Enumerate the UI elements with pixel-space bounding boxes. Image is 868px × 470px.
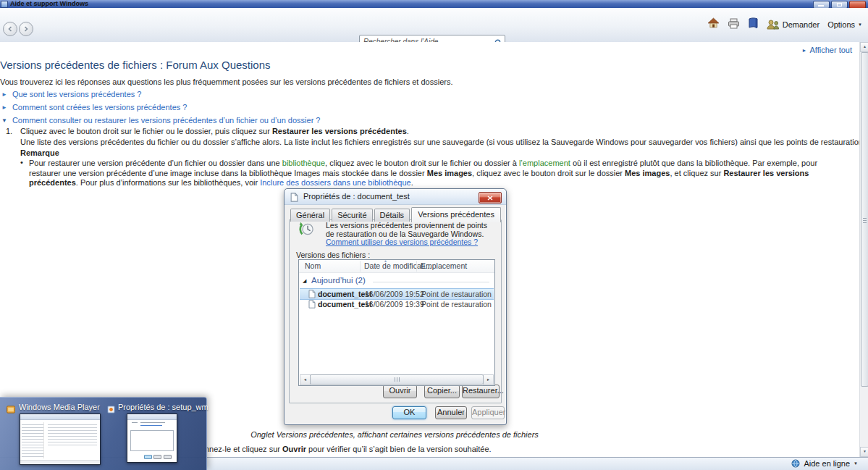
forward-button[interactable] <box>19 22 33 36</box>
back-arrow-icon <box>7 26 13 32</box>
chevron-down-icon: ▼ <box>858 22 862 27</box>
tab-previous-versions[interactable]: Versions précédentes <box>411 207 501 222</box>
intro-text: Vous trouverez ici les réponses aux ques… <box>0 77 453 86</box>
collapsed-arrow-icon: ► <box>1 104 7 111</box>
faq-link-what-are[interactable]: ► Que sont les versions précédentes ? <box>1 90 141 98</box>
close-x-icon <box>487 196 493 201</box>
ok-button[interactable]: OK <box>392 406 426 419</box>
online-help-button[interactable]: Aide en ligne ▼ <box>791 459 858 468</box>
scroll-down-button[interactable]: ▼ <box>860 447 868 457</box>
library-link[interactable]: bibliothèque <box>282 159 325 167</box>
show-all-link[interactable]: ► Afficher tout <box>802 46 852 54</box>
preview-thumbnail-wmp[interactable] <box>20 414 101 465</box>
faq-link-how-restore[interactable]: ▼ Comment consulter ou restaurer les ver… <box>1 116 320 125</box>
options-button[interactable]: Options ▼ <box>827 20 862 29</box>
tab-security[interactable]: Sécurité <box>332 209 372 222</box>
dialog-info-text: Les versions précédentes proviennent de … <box>326 222 495 247</box>
toolbar: Demander Options ▼ <box>0 8 868 43</box>
scroll-right-button[interactable]: ► <box>483 374 494 385</box>
taskbar-preview-flyout: Windows Media Player Propriétés de : set… <box>0 397 207 470</box>
forward-arrow-icon <box>23 26 29 32</box>
book-icon[interactable] <box>748 17 759 32</box>
open-button[interactable]: Ouvrir <box>383 385 417 398</box>
figure-caption: Onglet Versions précédentes, affichant c… <box>250 430 539 439</box>
tab-general[interactable]: Général <box>290 209 330 222</box>
tab-details[interactable]: Détails <box>374 209 410 222</box>
preview-label-setup-wm: Propriétés de : setup_wm <box>118 403 208 411</box>
dialog-close-button[interactable] <box>479 192 502 203</box>
title-bar: Aide et support Windows <box>0 0 868 8</box>
page-title: Versions précédentes de fichiers : Forum… <box>0 59 271 71</box>
collapsed-arrow-icon: ► <box>1 91 7 98</box>
dialog-title: Propriétés de : document_test <box>303 192 410 201</box>
setup-wm-icon <box>107 403 115 416</box>
properties-dialog: Propriétés de : document_test Général Sé… <box>284 188 507 425</box>
column-header-location[interactable]: Emplacement <box>421 261 467 270</box>
vscroll-thumb[interactable] <box>861 52 868 387</box>
wmp-icon <box>7 403 15 416</box>
ask-button[interactable]: Demander <box>767 19 819 30</box>
hscroll-thumb[interactable] <box>310 374 484 385</box>
preview-label-wmp: Windows Media Player <box>19 403 100 411</box>
preview-thumbnail-setup-wm[interactable] <box>127 414 177 463</box>
ask-label: Demander <box>783 20 819 29</box>
list-header: Nom Date de modificati... Emplacement ▲ <box>299 260 494 273</box>
location-link[interactable]: l’emplacement <box>519 159 570 167</box>
note-text: Pour restaurer une version précédente d’… <box>29 159 838 188</box>
chevron-down-icon: ▼ <box>854 461 858 466</box>
scroll-up-button[interactable]: ▲ <box>860 42 868 52</box>
step-text: Cliquez avec le bouton droit sur le fich… <box>20 127 409 135</box>
apply-button: Appliquer <box>471 406 505 419</box>
include-folders-link[interactable]: Inclure des dossiers dans une bibliothèq… <box>260 178 411 187</box>
previous-versions-clock-icon <box>298 220 316 241</box>
cancel-button[interactable]: Annuler <box>435 406 467 419</box>
group-header[interactable]: Aujourd’hui (2) <box>311 276 366 285</box>
home-icon[interactable] <box>707 17 720 32</box>
expanded-arrow-icon: ▼ <box>1 117 7 124</box>
link-arrow-icon: ► <box>802 48 807 53</box>
step-detail-text: Une liste des versions précédentes du fi… <box>20 138 865 146</box>
group-expand-icon[interactable]: ◢ <box>303 278 306 284</box>
document-icon <box>290 192 298 205</box>
file-icon <box>308 290 316 300</box>
help-and-support-window: Aide et support Windows <box>0 0 868 470</box>
table-row[interactable]: document_test 16/06/2009 19:39 Point de … <box>300 299 494 309</box>
dialog-title-bar: Propriétés de : document_test <box>285 189 506 205</box>
restore-button[interactable]: Restaurer... <box>462 385 500 398</box>
step-number: 1. <box>6 127 12 135</box>
ask-people-icon <box>767 19 780 30</box>
copy-button[interactable]: Copier... <box>424 385 460 398</box>
file-versions-label: Versions des fichiers : <box>296 251 370 259</box>
print-icon[interactable] <box>728 18 740 32</box>
scroll-left-button[interactable]: ◄ <box>300 374 311 385</box>
bottom-text: nnez-le et cliquez sur Ouvrir pour vérif… <box>205 445 492 453</box>
file-icon <box>308 300 316 310</box>
vertical-scrollbar[interactable]: ▲ ▼ <box>859 42 868 457</box>
globe-icon <box>791 459 800 468</box>
dialog-tabs: Général Sécurité Détails Versions précéd… <box>290 207 501 222</box>
back-button[interactable] <box>3 22 17 36</box>
sort-arrow-icon: ▲ <box>384 259 387 263</box>
window-title: Aide et support Windows <box>10 0 88 8</box>
app-icon <box>1 1 8 8</box>
bullet-icon: • <box>20 158 23 167</box>
column-header-name[interactable]: Nom <box>305 261 321 270</box>
horizontal-scrollbar[interactable]: ◄ ► <box>300 374 494 385</box>
table-row[interactable]: document_test 16/06/2009 19:52 Point de … <box>300 288 494 300</box>
help-content: ► Afficher tout Versions précédentes de … <box>0 42 859 457</box>
note-title: Remarque <box>20 148 59 157</box>
faq-link-how-created[interactable]: ► Comment sont créées les versions précé… <box>1 103 187 112</box>
file-versions-list: Nom Date de modificati... Emplacement ▲ … <box>298 259 495 386</box>
options-label: Options <box>827 20 855 29</box>
how-to-use-link[interactable]: Comment utiliser des versions précédente… <box>326 238 478 246</box>
